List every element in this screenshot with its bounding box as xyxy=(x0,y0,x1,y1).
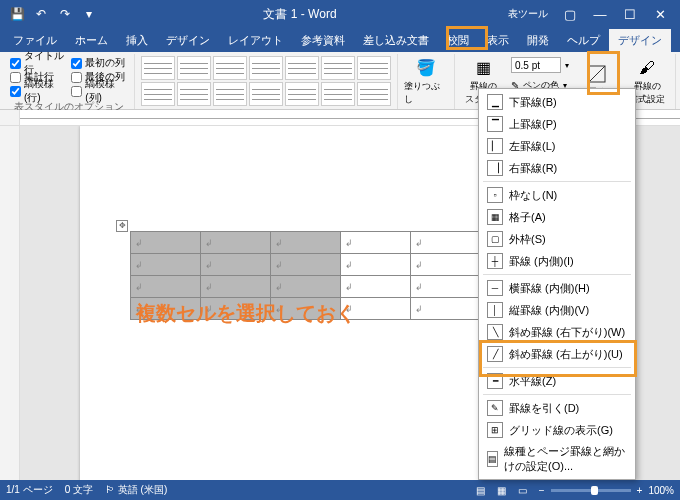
table-cell[interactable]: ↲ xyxy=(201,232,271,254)
table-style-thumb[interactable] xyxy=(249,82,283,106)
table-cell[interactable]: ↲ xyxy=(131,276,201,298)
group-table-styles: 表のスタイル xyxy=(135,54,398,109)
table-style-thumb[interactable] xyxy=(141,82,175,106)
menu-borders-dialog[interactable]: ▤線種とページ罫線と網かけの設定(O)... xyxy=(479,441,635,477)
status-lang[interactable]: 🏳 英語 (米国) xyxy=(105,483,167,497)
chk-banded-cols[interactable]: 縞模様 (列) xyxy=(71,84,128,98)
tab-view[interactable]: 表示 xyxy=(478,29,518,52)
table-cell[interactable]: ↲ xyxy=(131,254,201,276)
borders-icon xyxy=(587,64,607,84)
table-style-thumb[interactable] xyxy=(177,56,211,80)
undo-icon[interactable]: ↶ xyxy=(30,3,52,25)
menu-border-inside-v[interactable]: │縦罫線 (内側)(V) xyxy=(479,299,635,321)
menu-border-outside[interactable]: ▢外枠(S) xyxy=(479,228,635,250)
border-left-icon: ▏ xyxy=(487,138,503,154)
close-icon[interactable]: ✕ xyxy=(646,2,674,26)
zoom-slider[interactable] xyxy=(551,489,631,492)
tab-help[interactable]: ヘルプ xyxy=(558,29,609,52)
table-style-thumb[interactable] xyxy=(285,82,319,106)
table-style-thumb[interactable] xyxy=(357,56,391,80)
bucket-icon: 🪣 xyxy=(416,58,436,78)
tab-mailings[interactable]: 差し込み文書 xyxy=(354,29,438,52)
tab-home[interactable]: ホーム xyxy=(66,29,117,52)
table-cell[interactable]: ↲ xyxy=(411,276,481,298)
borders-dropdown: ▁下罫線(B) ▔上罫線(P) ▏左罫線(L) ▕右罫線(R) ▫枠なし(N) … xyxy=(478,88,636,480)
table-cell[interactable]: ↲ xyxy=(131,232,201,254)
table-cell[interactable]: ↲ xyxy=(271,232,341,254)
view-readmode-icon[interactable]: ▤ xyxy=(476,485,485,496)
table-style-thumb[interactable] xyxy=(249,56,283,80)
table-cell[interactable]: ↲ xyxy=(271,254,341,276)
menu-border-bottom[interactable]: ▁下罫線(B) xyxy=(479,91,635,113)
border-diag-up-icon: ╱ xyxy=(487,346,503,362)
table-style-thumb[interactable] xyxy=(285,56,319,80)
save-icon[interactable]: 💾 xyxy=(6,3,28,25)
menu-border-diag-down[interactable]: ╲斜め罫線 (右下がり)(W) xyxy=(479,321,635,343)
table-style-thumb[interactable] xyxy=(141,56,175,80)
view-web-icon[interactable]: ▭ xyxy=(518,485,527,496)
vertical-ruler[interactable] xyxy=(0,126,20,480)
table-cell[interactable]: ↲ xyxy=(271,276,341,298)
table-cell[interactable]: ↲ xyxy=(411,232,481,254)
menu-border-top[interactable]: ▔上罫線(P) xyxy=(479,113,635,135)
table-style-thumb[interactable] xyxy=(321,56,355,80)
menu-draw-border[interactable]: ✎罫線を引く(D) xyxy=(479,397,635,419)
statusbar: 1/1 ページ 0 文字 🏳 英語 (米国) ▤ ▦ ▭ − + 100% xyxy=(0,480,680,500)
tab-table-layout[interactable]: レイアウト xyxy=(671,29,680,52)
tab-insert[interactable]: 挿入 xyxy=(117,29,157,52)
maximize-icon[interactable]: ☐ xyxy=(616,2,644,26)
tab-table-design[interactable]: デザイン xyxy=(609,29,671,52)
chk-title-row[interactable]: タイトル行 xyxy=(10,56,67,70)
menu-border-inside-h[interactable]: ─横罫線 (内側)(H) xyxy=(479,277,635,299)
table-cell[interactable]: ↲ xyxy=(201,254,271,276)
table-move-handle-icon[interactable]: ✥ xyxy=(116,220,128,232)
table-cell[interactable]: ↲ xyxy=(341,232,411,254)
tab-references[interactable]: 参考資料 xyxy=(292,29,354,52)
menu-gridlines[interactable]: ⊞グリッド線の表示(G) xyxy=(479,419,635,441)
painter-icon: 🖌 xyxy=(637,58,657,78)
menu-border-inside[interactable]: ┼罫線 (内側)(I) xyxy=(479,250,635,272)
table-cell[interactable]: ↲ xyxy=(411,298,481,320)
gridlines-icon: ⊞ xyxy=(487,422,503,438)
table-cell[interactable]: ↲ xyxy=(341,254,411,276)
redo-icon[interactable]: ↷ xyxy=(54,3,76,25)
qat-customize-icon[interactable]: ▾ xyxy=(78,3,100,25)
table-style-thumb[interactable] xyxy=(321,82,355,106)
minimize-icon[interactable]: — xyxy=(586,2,614,26)
tab-layout[interactable]: レイアウト xyxy=(219,29,292,52)
chk-first-col[interactable]: 最初の列 xyxy=(71,56,128,70)
hline-icon: ━ xyxy=(487,373,503,389)
menu-border-all[interactable]: ▦格子(A) xyxy=(479,206,635,228)
status-words[interactable]: 0 文字 xyxy=(65,483,93,497)
zoom-out-icon[interactable]: − xyxy=(539,485,545,496)
tab-review[interactable]: 校閲 xyxy=(438,29,478,52)
table-style-thumb[interactable] xyxy=(213,56,247,80)
table-cell[interactable]: ↲ xyxy=(341,276,411,298)
table-cell[interactable]: ↲ xyxy=(201,276,271,298)
ribbon-options-icon[interactable]: ▢ xyxy=(556,2,584,26)
border-diag-down-icon: ╲ xyxy=(487,324,503,340)
table-style-thumb[interactable] xyxy=(213,82,247,106)
border-all-icon: ▦ xyxy=(487,209,503,225)
menu-border-diag-up[interactable]: ╱斜め罫線 (右上がり)(U) xyxy=(479,343,635,365)
table-style-thumb[interactable] xyxy=(357,82,391,106)
border-outside-icon: ▢ xyxy=(487,231,503,247)
zoom-level[interactable]: 100% xyxy=(648,485,674,496)
tab-developer[interactable]: 開発 xyxy=(518,29,558,52)
view-print-icon[interactable]: ▦ xyxy=(497,485,506,496)
status-page[interactable]: 1/1 ページ xyxy=(6,483,53,497)
chk-banded-rows[interactable]: 縞模様 (行) xyxy=(10,84,67,98)
dialog-icon: ▤ xyxy=(487,451,498,467)
menu-border-right[interactable]: ▕右罫線(R) xyxy=(479,157,635,179)
menu-border-left[interactable]: ▏左罫線(L) xyxy=(479,135,635,157)
table-cell[interactable]: ↲ xyxy=(411,254,481,276)
menu-hline[interactable]: ━水平線(Z) xyxy=(479,370,635,392)
zoom-in-icon[interactable]: + xyxy=(637,485,643,496)
table-style-thumb[interactable] xyxy=(177,82,211,106)
tab-design[interactable]: デザイン xyxy=(157,29,219,52)
menu-border-none[interactable]: ▫枠なし(N) xyxy=(479,184,635,206)
pen-width-select[interactable]: ▾ xyxy=(511,56,569,74)
shading-button[interactable]: 🪣 塗りつぶし xyxy=(404,56,448,107)
border-inside-icon: ┼ xyxy=(487,253,503,269)
border-right-icon: ▕ xyxy=(487,160,503,176)
